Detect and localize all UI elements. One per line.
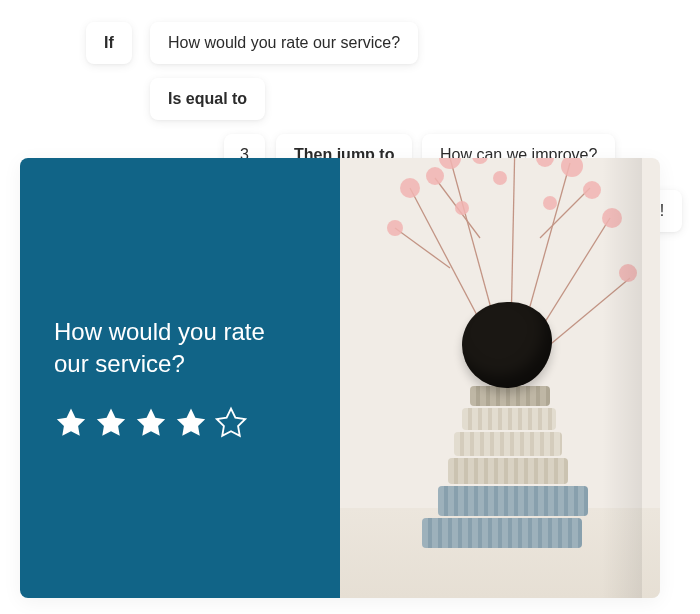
svg-point-15 [426, 167, 444, 185]
svg-point-21 [583, 181, 601, 199]
svg-point-19 [536, 158, 554, 167]
brick [462, 408, 556, 430]
svg-point-16 [439, 158, 461, 169]
svg-point-24 [387, 220, 403, 236]
if-chip[interactable]: If [86, 22, 132, 64]
star-5[interactable] [214, 406, 248, 440]
svg-marker-4 [217, 409, 245, 436]
svg-marker-2 [137, 409, 165, 436]
survey-image-panel [340, 158, 660, 598]
star-1[interactable] [54, 406, 88, 440]
brick [470, 386, 550, 406]
svg-marker-3 [177, 409, 205, 436]
star-3[interactable] [134, 406, 168, 440]
survey-preview-card: How would you rate our service? [20, 158, 660, 598]
svg-point-26 [455, 201, 469, 215]
svg-point-17 [472, 158, 488, 164]
svg-point-25 [493, 171, 507, 185]
star-2[interactable] [94, 406, 128, 440]
image-vignette [602, 158, 642, 598]
survey-question-panel: How would you rate our service? [20, 158, 340, 598]
svg-point-14 [400, 178, 420, 198]
survey-question-text: How would you rate our service? [54, 316, 306, 381]
svg-marker-0 [57, 409, 85, 436]
brick [454, 432, 562, 456]
brick [422, 518, 582, 548]
if-question-chip[interactable]: How would you rate our service? [150, 22, 418, 64]
brick [448, 458, 568, 484]
svg-marker-1 [97, 409, 125, 436]
svg-point-20 [561, 158, 583, 177]
svg-line-13 [540, 188, 590, 238]
svg-point-27 [543, 196, 557, 210]
rating-input[interactable] [54, 406, 306, 440]
star-4[interactable] [174, 406, 208, 440]
brick [438, 486, 588, 516]
operator-chip[interactable]: Is equal to [150, 78, 265, 120]
